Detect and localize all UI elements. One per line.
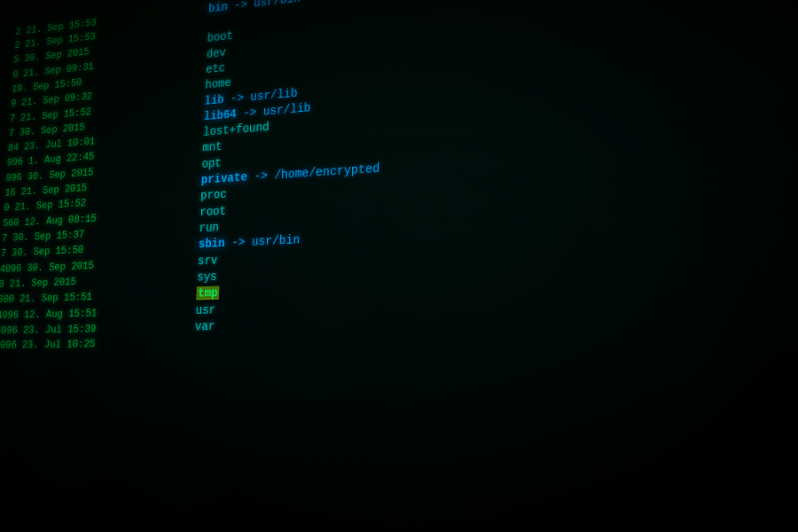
symlink-arrow: -> bbox=[223, 90, 250, 106]
dir-name-bold: lib bbox=[204, 92, 224, 107]
symlink-target: usr/lib bbox=[262, 101, 310, 119]
dir-name: proc bbox=[200, 188, 227, 203]
symlink-target: usr/lib bbox=[250, 86, 298, 104]
terminal-screen: 2 21. Sep 15:53bin -> usr/bin 2 21. Sep … bbox=[0, 0, 798, 532]
file-name: sys bbox=[197, 269, 217, 286]
dir-name: etc bbox=[206, 61, 225, 76]
file-name: var bbox=[194, 318, 215, 335]
dir-name-bold: sbin bbox=[198, 237, 224, 252]
file-name: root bbox=[200, 203, 226, 221]
dir-name-highlighted: tmp bbox=[196, 286, 220, 301]
file-name: proc bbox=[200, 187, 227, 205]
file-name: etc bbox=[206, 60, 226, 78]
symlink-arrow: -> bbox=[224, 235, 252, 250]
dir-name-bold: private bbox=[201, 170, 248, 186]
file-name: usr bbox=[195, 301, 215, 318]
dir-name: dev bbox=[207, 45, 226, 60]
dir-name: sys bbox=[197, 270, 217, 284]
file-name: mnt bbox=[202, 139, 223, 157]
dir-name: root bbox=[200, 204, 226, 219]
dir-name: srv bbox=[198, 254, 218, 268]
dir-name: opt bbox=[201, 156, 222, 170]
file-name: run bbox=[199, 220, 219, 237]
dir-name: home bbox=[205, 76, 231, 91]
dir-name: var bbox=[195, 319, 215, 333]
symlink-arrow: -> bbox=[247, 168, 275, 184]
dir-name: run bbox=[199, 221, 219, 235]
dir-name: boot bbox=[207, 29, 233, 45]
dir-name-bold: bin bbox=[208, 0, 228, 15]
dir-name-bold: lib64 bbox=[204, 107, 237, 123]
file-name: opt bbox=[201, 155, 222, 173]
file-meta: 4096 23. Jul 10:25 bbox=[0, 335, 194, 353]
file-name: boot bbox=[207, 28, 233, 47]
dir-name: usr bbox=[195, 302, 215, 317]
file-name: srv bbox=[198, 253, 218, 270]
terminal-content: 2 21. Sep 15:53bin -> usr/bin 2 21. Sep … bbox=[0, 0, 798, 353]
symlink-arrow: -> bbox=[228, 0, 254, 13]
symlink-target: usr/bin bbox=[252, 233, 301, 249]
file-name: tmp bbox=[196, 286, 220, 302]
dir-name: mnt bbox=[202, 140, 223, 155]
symlink-arrow: -> bbox=[236, 105, 263, 120]
